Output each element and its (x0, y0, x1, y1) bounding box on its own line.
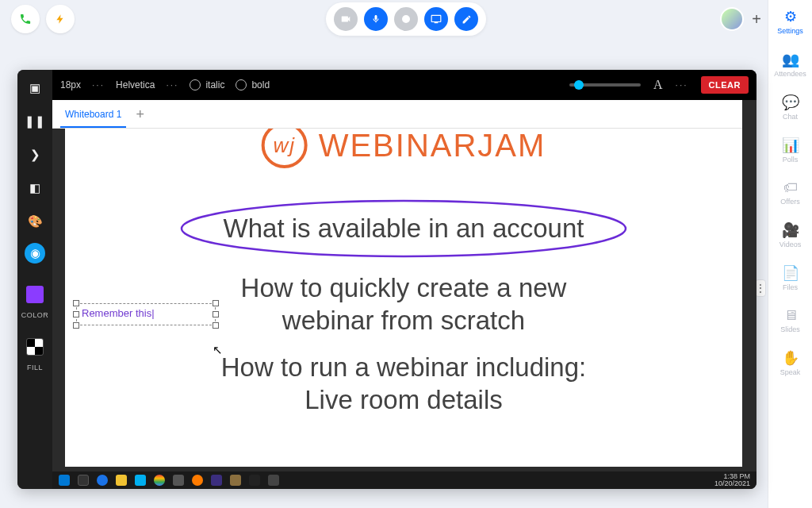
italic-toggle[interactable]: italic (190, 79, 224, 90)
video-icon: 🎥 (782, 221, 799, 239)
add-tab-button[interactable]: + (136, 106, 144, 128)
clear-button[interactable]: CLEAR (701, 76, 749, 94)
mic-button[interactable] (364, 7, 388, 31)
rail-attendees[interactable]: 👥 Attendees (768, 48, 812, 81)
screen-share-button[interactable] (424, 7, 448, 31)
italic-label: italic (205, 79, 224, 90)
font-size-field[interactable]: 18px (60, 79, 81, 90)
taskbar-icon[interactable] (154, 475, 165, 486)
brand-text: WEBINARJAM (319, 129, 546, 164)
gear-icon: ⚙ (784, 8, 797, 25)
opacity-slider[interactable] (569, 83, 641, 87)
rail-polls[interactable]: 📊 Polls (768, 133, 812, 167)
hand-icon: ✋ (782, 349, 799, 367)
taskbar-icon[interactable] (268, 475, 279, 486)
rail-label: Videos (779, 241, 801, 248)
screen-icon (431, 13, 442, 25)
radio-icon (190, 79, 201, 90)
camera-off-button[interactable] (334, 7, 358, 31)
rail-slides[interactable]: 🖥 Slides (768, 304, 812, 337)
taskbar-icon[interactable] (249, 475, 260, 486)
record-button[interactable] (394, 7, 418, 31)
color-swatch[interactable] (26, 286, 44, 303)
tag-icon: 🏷 (783, 179, 798, 196)
rail-label: Attendees (774, 70, 806, 78)
rail-offers[interactable]: 🏷 Offers (768, 176, 812, 209)
whiteboard-window: ▣ ❚❚ ❯ ◧ 🎨 ◉ COLOR FILL 18px ··· Helveti… (17, 70, 756, 489)
more-icon[interactable]: ··· (676, 79, 688, 90)
whiteboard-tabs: Whiteboard 1 + (52, 100, 742, 129)
rail-files[interactable]: 📄 Files (768, 261, 812, 294)
palette-tool[interactable]: 🎨 (23, 210, 47, 233)
resize-handle-ne[interactable] (213, 300, 219, 306)
fill-label: FILL (27, 364, 43, 371)
taskbar-icon[interactable] (135, 475, 146, 486)
tool-strip: ▣ ❚❚ ❯ ◧ 🎨 ◉ COLOR FILL (17, 70, 52, 489)
fill-swatch[interactable] (26, 338, 44, 356)
taskbar-icon[interactable] (192, 475, 203, 486)
brand-logo: wj WEBINARJAM (262, 129, 546, 168)
next-tool[interactable]: ❯ (23, 143, 47, 167)
tab-whiteboard-1[interactable]: Whiteboard 1 (60, 101, 126, 128)
slider-knob[interactable] (574, 80, 584, 90)
bold-label: bold (251, 79, 270, 90)
taskbar-icon[interactable] (59, 475, 70, 486)
whiteboard-toolbar: 18px ··· Helvetica ··· italic bold A ···… (52, 70, 756, 100)
text-annotation-box[interactable]: Remember this (76, 303, 216, 325)
draw-button[interactable] (454, 7, 478, 31)
rail-label: Polls (783, 156, 799, 164)
taskbar-icon[interactable] (211, 475, 222, 486)
slide-line-1: What is available in an account (174, 197, 634, 260)
chat-icon: 💬 (782, 94, 799, 111)
lightning-icon (55, 13, 66, 25)
collapse-rail-button[interactable]: ⋮ (755, 279, 766, 297)
resize-handle-e[interactable] (213, 311, 219, 318)
font-family-field[interactable]: Helvetica (116, 79, 155, 90)
right-sidebar: ⚙ Settings 👥 Attendees 💬 Chat 📊 Polls 🏷 … (768, 0, 812, 508)
flash-button[interactable] (46, 5, 75, 33)
present-tool[interactable]: ▣ (23, 76, 47, 100)
bold-toggle[interactable]: bold (236, 79, 270, 90)
color-label: COLOR (21, 311, 49, 319)
add-presenter-button[interactable]: + (752, 10, 761, 29)
rail-speak[interactable]: ✋ Speak (768, 346, 812, 379)
target-tool[interactable]: ◉ (25, 243, 45, 264)
more-icon[interactable]: ··· (92, 79, 105, 90)
taskbar-icon[interactable] (173, 475, 184, 486)
rail-label: Settings (777, 27, 803, 35)
rail-label: Speak (780, 368, 801, 376)
pause-tool[interactable]: ❚❚ (23, 110, 47, 133)
slides-icon: 🖥 (783, 307, 798, 324)
taskbar-icon[interactable] (97, 475, 108, 486)
video-icon (340, 13, 351, 25)
taskbar-clock: 1:38 PM 10/20/2021 (714, 473, 750, 487)
rail-videos[interactable]: 🎥 Videos (768, 218, 812, 252)
taskbar-icon[interactable] (78, 475, 89, 486)
text-color-icon[interactable]: A (653, 78, 663, 92)
brand-mark: wj (262, 129, 308, 168)
more-icon[interactable]: ··· (166, 79, 178, 90)
resize-handle-w[interactable] (73, 311, 79, 318)
pencil-icon (462, 14, 472, 25)
slide-line-3: How to run a webinar including: Live roo… (65, 351, 742, 417)
rail-chat[interactable]: 💬 Chat (768, 90, 812, 124)
avatar[interactable] (720, 7, 744, 31)
cursor-icon: ↖ (213, 343, 223, 357)
rail-settings[interactable]: ⚙ Settings (768, 5, 812, 38)
taskbar-date: 10/20/2021 (714, 480, 750, 487)
taskbar-icon[interactable] (116, 475, 127, 486)
resize-handle-nw[interactable] (73, 300, 79, 306)
annotation-text[interactable]: Remember this (82, 307, 155, 319)
resize-handle-se[interactable] (213, 322, 219, 329)
slides-tool[interactable]: ◧ (23, 176, 47, 200)
resize-handle-sw[interactable] (73, 322, 79, 329)
mic-icon (371, 14, 381, 24)
rail-label: Files (783, 283, 798, 291)
taskbar-icon[interactable] (230, 475, 241, 486)
rail-label: Chat (783, 113, 798, 121)
phone-button[interactable] (11, 5, 40, 33)
file-icon: 📄 (782, 264, 799, 282)
people-icon: 👥 (782, 51, 799, 68)
radio-icon (236, 79, 247, 90)
whiteboard-canvas[interactable]: wj WEBINARJAM What is available in an ac… (65, 129, 742, 467)
